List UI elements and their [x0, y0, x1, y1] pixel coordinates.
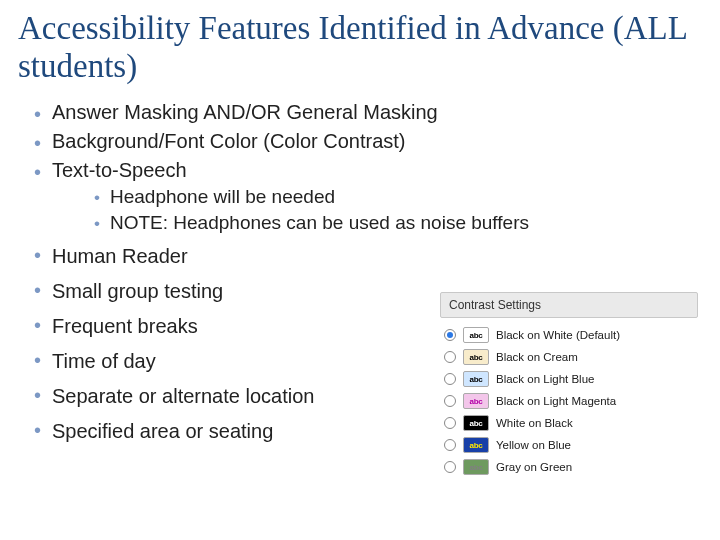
radio-icon[interactable] — [444, 395, 456, 407]
list-item: Background/Font Color (Color Contrast) — [18, 127, 700, 156]
radio-icon[interactable] — [444, 439, 456, 451]
contrast-option-label: Black on White (Default) — [496, 329, 620, 341]
contrast-option[interactable]: abcBlack on Cream — [440, 346, 698, 368]
contrast-swatch: abc — [463, 327, 489, 343]
bullet-text: Background/Font Color (Color Contrast) — [52, 130, 405, 152]
contrast-option-label: Yellow on Blue — [496, 439, 571, 451]
list-item: Human Reader — [18, 239, 700, 274]
contrast-swatch: abc — [463, 349, 489, 365]
contrast-option-label: Black on Light Magenta — [496, 395, 616, 407]
bullet-text: Specified area or seating — [52, 420, 273, 442]
contrast-swatch: abc — [463, 437, 489, 453]
bullet-text: Small group testing — [52, 280, 223, 302]
contrast-swatch: abc — [463, 415, 489, 431]
radio-icon[interactable] — [444, 351, 456, 363]
list-item: Text-to-Speech Headphone will be needed … — [18, 156, 700, 239]
contrast-panel-title: Contrast Settings — [440, 292, 698, 318]
contrast-option-label: Black on Light Blue — [496, 373, 594, 385]
contrast-swatch: abc — [463, 393, 489, 409]
contrast-option[interactable]: abcGray on Green — [440, 456, 698, 478]
radio-icon[interactable] — [444, 329, 456, 341]
contrast-swatch: abc — [463, 459, 489, 475]
contrast-swatch: abc — [463, 371, 489, 387]
contrast-option[interactable]: abcBlack on Light Blue — [440, 368, 698, 390]
bullet-text: Frequent breaks — [52, 315, 198, 337]
list-item: Headphone will be needed — [52, 184, 700, 210]
contrast-option-label: Gray on Green — [496, 461, 572, 473]
bullet-list-top: Answer Masking AND/OR General Masking Ba… — [18, 98, 700, 239]
contrast-option[interactable]: abcBlack on Light Magenta — [440, 390, 698, 412]
slide-title: Accessibility Features Identified in Adv… — [18, 10, 700, 86]
radio-icon[interactable] — [444, 373, 456, 385]
bullet-text: Answer Masking AND/OR General Masking — [52, 101, 438, 123]
contrast-option[interactable]: abcYellow on Blue — [440, 434, 698, 456]
bullet-text: Time of day — [52, 350, 156, 372]
contrast-option-label: Black on Cream — [496, 351, 578, 363]
contrast-settings-panel: Contrast Settings abcBlack on White (Def… — [440, 292, 698, 478]
bullet-text: Text-to-Speech — [52, 159, 187, 181]
radio-icon[interactable] — [444, 417, 456, 429]
contrast-option[interactable]: abcBlack on White (Default) — [440, 324, 698, 346]
sub-bullet-list: Headphone will be needed NOTE: Headphone… — [52, 184, 700, 236]
bullet-text: Human Reader — [52, 245, 188, 267]
radio-icon[interactable] — [444, 461, 456, 473]
contrast-option-label: White on Black — [496, 417, 573, 429]
contrast-options: abcBlack on White (Default)abcBlack on C… — [440, 324, 698, 478]
list-item: Answer Masking AND/OR General Masking — [18, 98, 700, 127]
list-item: NOTE: Headphones can be used as noise bu… — [52, 210, 700, 236]
contrast-option[interactable]: abcWhite on Black — [440, 412, 698, 434]
bullet-text: NOTE: Headphones can be used as noise bu… — [110, 212, 529, 233]
bullet-text: Headphone will be needed — [110, 186, 335, 207]
bullet-text: Separate or alternate location — [52, 385, 314, 407]
